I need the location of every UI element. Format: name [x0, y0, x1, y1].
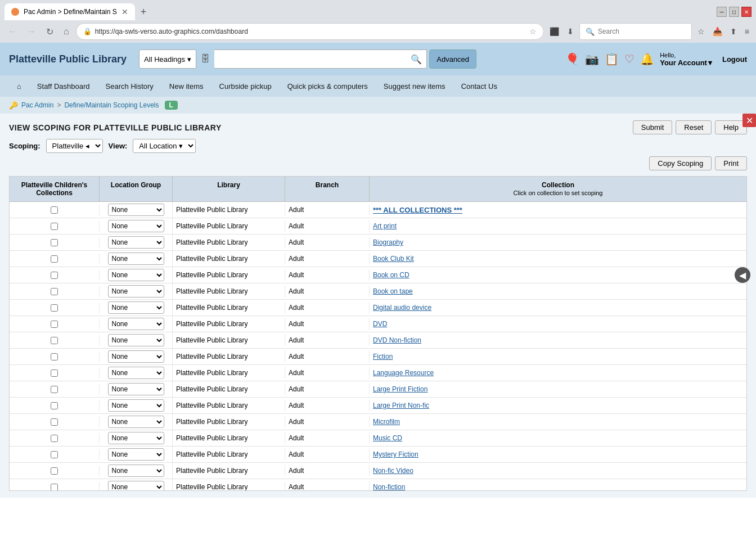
- nav-suggest-new[interactable]: Suggest new items: [376, 78, 453, 95]
- collection-link[interactable]: Book Club Kit: [373, 255, 414, 263]
- row-checkbox[interactable]: [51, 206, 58, 214]
- breadcrumb-define-maintain[interactable]: Define/Maintain Scoping Levels: [64, 101, 159, 109]
- collection-link[interactable]: Book on CD: [373, 271, 410, 279]
- collection-link[interactable]: Mystery Fiction: [373, 450, 418, 458]
- row-checkbox[interactable]: [51, 288, 58, 295]
- row-checkbox[interactable]: [51, 337, 58, 344]
- bookmarks-button[interactable]: ☆: [695, 25, 707, 38]
- location-group-select[interactable]: None: [108, 350, 164, 363]
- your-account-link[interactable]: Your Account▾: [660, 58, 712, 67]
- forward-button[interactable]: →: [24, 24, 39, 39]
- location-group-select[interactable]: None: [108, 204, 164, 216]
- maximize-button[interactable]: □: [729, 7, 739, 17]
- search-submit-button[interactable]: 🔍: [406, 52, 426, 67]
- row-checkbox[interactable]: [51, 402, 58, 409]
- row-checkbox[interactable]: [51, 369, 58, 377]
- account-section[interactable]: Hello, Your Account▾: [660, 52, 712, 67]
- collection-link[interactable]: Music CD: [373, 434, 402, 442]
- camera-icon[interactable]: 📷: [585, 52, 599, 66]
- collection-link[interactable]: DVD: [373, 320, 387, 328]
- row-checkbox[interactable]: [51, 223, 58, 230]
- location-group-select[interactable]: None: [108, 432, 164, 444]
- row-checkbox[interactable]: [51, 272, 58, 279]
- heart-icon[interactable]: ♡: [624, 52, 634, 66]
- row-checkbox[interactable]: [51, 435, 58, 442]
- nav-contact-us[interactable]: Contact Us: [453, 78, 505, 95]
- submit-button[interactable]: Submit: [633, 120, 672, 134]
- collection-link[interactable]: Digital audio device: [373, 304, 431, 312]
- print-button[interactable]: Print: [715, 156, 747, 170]
- reload-button[interactable]: ↻: [43, 24, 57, 39]
- row-checkbox[interactable]: [51, 484, 58, 491]
- nav-new-items[interactable]: New items: [161, 78, 212, 95]
- row-checkbox[interactable]: [51, 386, 58, 393]
- location-group-select[interactable]: None: [108, 236, 164, 249]
- row-checkbox[interactable]: [51, 239, 58, 246]
- nav-search-history[interactable]: Search History: [98, 78, 161, 95]
- location-group-select[interactable]: None: [108, 301, 164, 314]
- view-select[interactable]: All Location ▾: [133, 139, 196, 153]
- location-group-select[interactable]: None: [108, 334, 164, 346]
- collection-link[interactable]: Language Resource: [373, 369, 434, 377]
- collection-link[interactable]: Large Print Fiction: [373, 385, 428, 393]
- collection-link[interactable]: Book on tape: [373, 287, 413, 295]
- menu-button[interactable]: ≡: [742, 25, 752, 38]
- scoping-select[interactable]: Platteville ◂: [46, 139, 103, 153]
- collection-link[interactable]: Non-fic Video: [373, 467, 413, 475]
- window-close-button[interactable]: ✕: [741, 7, 752, 17]
- minimize-button[interactable]: ─: [717, 7, 727, 17]
- star-icon[interactable]: ☆: [529, 27, 537, 36]
- location-group-select[interactable]: None: [108, 399, 164, 412]
- location-group-select[interactable]: None: [108, 367, 164, 379]
- location-group-select[interactable]: None: [108, 465, 164, 477]
- collection-link[interactable]: *** ALL COLLECTIONS ***: [373, 206, 462, 214]
- url-bar[interactable]: 🔒 https://qa-swls-verso.auto-graphics.co…: [76, 23, 544, 40]
- row-checkbox[interactable]: [51, 321, 58, 328]
- copy-scoping-button[interactable]: Copy Scoping: [649, 156, 712, 170]
- row-checkbox[interactable]: [51, 418, 58, 426]
- row-checkbox[interactable]: [51, 353, 58, 360]
- collection-link[interactable]: Biography: [373, 238, 403, 246]
- list-icon[interactable]: 📋: [605, 52, 619, 66]
- nav-quick-picks[interactable]: Quick picks & computers: [280, 78, 376, 95]
- nav-home[interactable]: ⌂: [9, 78, 29, 95]
- nav-staff-dashboard[interactable]: Staff Dashboard: [29, 78, 98, 95]
- location-group-select[interactable]: None: [108, 285, 164, 297]
- close-panel-button[interactable]: ✕: [742, 114, 756, 127]
- database-icon[interactable]: 🗄: [199, 52, 212, 66]
- row-checkbox[interactable]: [51, 451, 58, 458]
- location-group-select[interactable]: None: [108, 253, 164, 265]
- location-group-select[interactable]: None: [108, 383, 164, 395]
- location-group-select[interactable]: None: [108, 220, 164, 232]
- logout-button[interactable]: Logout: [722, 55, 747, 64]
- location-group-select[interactable]: None: [108, 416, 164, 428]
- search-type-dropdown[interactable]: All Headings ▾: [139, 49, 196, 69]
- downloads-button[interactable]: ⬇: [565, 25, 576, 38]
- reset-button[interactable]: Reset: [676, 120, 712, 134]
- location-group-select[interactable]: None: [108, 269, 164, 281]
- breadcrumb-pac-admin[interactable]: Pac Admin: [21, 101, 53, 109]
- collection-link[interactable]: Fiction: [373, 353, 393, 360]
- nav-curbside-pickup[interactable]: Curbside pickup: [212, 78, 280, 95]
- location-group-select[interactable]: None: [108, 481, 164, 491]
- save-button[interactable]: 📥: [710, 25, 724, 38]
- collection-link[interactable]: DVD Non-fiction: [373, 336, 421, 344]
- location-group-select[interactable]: None: [108, 318, 164, 330]
- collection-link[interactable]: Non-fiction: [373, 483, 405, 491]
- collection-link[interactable]: Art print: [373, 222, 397, 230]
- row-checkbox[interactable]: [51, 255, 58, 263]
- browser-search-bar[interactable]: 🔍: [579, 23, 692, 40]
- collection-link[interactable]: Large Print Non-fic: [373, 402, 429, 409]
- advanced-search-button[interactable]: Advanced: [429, 49, 476, 69]
- search-input[interactable]: [214, 53, 406, 66]
- back-chevron-button[interactable]: ◀: [735, 267, 750, 283]
- new-tab-button[interactable]: +: [137, 5, 150, 19]
- share-button[interactable]: ⬆: [728, 25, 739, 38]
- bell-icon[interactable]: 🔔: [640, 52, 654, 66]
- back-button[interactable]: ←: [4, 24, 20, 39]
- balloon-icon[interactable]: 🎈: [565, 52, 579, 66]
- row-checkbox[interactable]: [51, 304, 58, 312]
- home-nav-button[interactable]: ⌂: [60, 24, 73, 39]
- collection-link[interactable]: Microfilm: [373, 418, 400, 426]
- browser-search-input[interactable]: [598, 28, 677, 35]
